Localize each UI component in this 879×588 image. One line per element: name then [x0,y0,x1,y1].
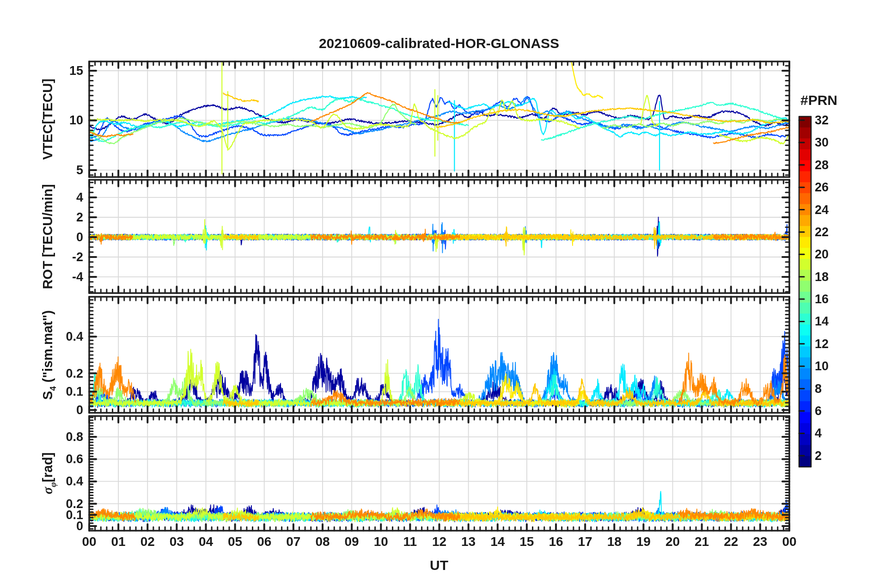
colorbar-tick-label: 16 [815,292,852,306]
colorbar-tick-label: 26 [815,180,852,195]
colorbar-tick-label: 18 [815,270,852,284]
y-axis-label-part: [rad] [40,453,55,482]
colorbar-tick-label: 30 [815,135,852,150]
x-tick-label: 00 [771,534,808,549]
colorbar-tick-label: 32 [815,113,852,128]
chart-canvas [0,0,879,588]
chart-title: 20210609-calibrated-HOR-GLONASS [208,36,670,51]
colorbar-tick-label: 2 [815,448,852,463]
colorbar-tick-label: 28 [815,158,852,172]
y-axis-label-sigma: σφ[rad] [38,335,57,588]
figure: 20210609-calibrated-HOR-GLONASS UT #PRN … [0,0,879,588]
x-axis-label: UT [393,557,485,573]
colorbar-tick-label: 12 [815,337,852,351]
colorbar-tick-label: 22 [815,225,852,239]
colorbar-tick-label: 4 [815,426,852,441]
colorbar-tick-label: 24 [815,202,852,217]
y-axis-label-part: σ [40,487,55,495]
y-axis-label-part: φ [49,482,58,487]
colorbar-tick-label: 10 [815,359,852,374]
colorbar-tick-label: 8 [815,381,852,396]
colorbar-tick-label: 20 [815,247,852,262]
colorbar-tick-label: 14 [815,314,852,329]
colorbar-tick-label: 6 [815,404,852,418]
colorbar-title: #PRN [791,92,847,108]
